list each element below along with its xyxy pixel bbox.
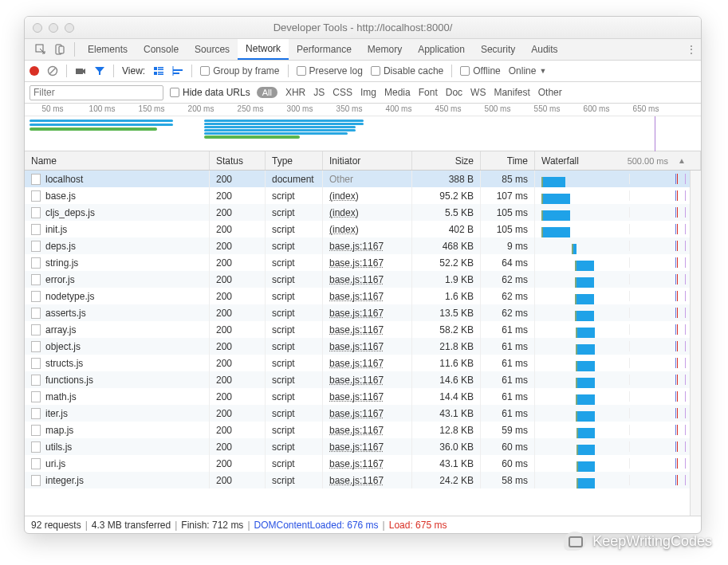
col-waterfall[interactable]: Waterfall 500.00 ms ▲	[535, 151, 701, 170]
table-row[interactable]: object.js200scriptbase.js:116721.8 KB61 …	[25, 338, 701, 355]
request-initiator[interactable]: base.js:1167	[329, 425, 384, 436]
type-filter-img[interactable]: Img	[360, 87, 376, 98]
request-name: math.js	[45, 391, 77, 402]
camera-icon[interactable]	[75, 65, 86, 77]
request-initiator[interactable]: base.js:1167	[329, 308, 384, 319]
type-filter-css[interactable]: CSS	[333, 87, 352, 98]
tab-console[interactable]: Console	[136, 39, 187, 60]
type-filter-all[interactable]: All	[257, 87, 277, 98]
table-row[interactable]: base.js200script(index)95.2 KB107 ms	[25, 187, 701, 204]
filter-icon[interactable]	[94, 65, 105, 77]
large-rows-icon[interactable]	[153, 65, 164, 77]
filter-input[interactable]	[30, 85, 163, 100]
timeline-tick: 450 ms	[435, 104, 462, 113]
request-status: 200	[210, 171, 266, 187]
type-filter-manifest[interactable]: Manifest	[494, 87, 529, 98]
request-type: script	[266, 455, 323, 472]
request-name: base.js	[45, 190, 76, 202]
table-row[interactable]: functions.js200scriptbase.js:116714.6 KB…	[25, 371, 701, 388]
type-filter-xhr[interactable]: XHR	[285, 87, 305, 98]
overview-icon[interactable]	[172, 65, 183, 77]
type-filter-media[interactable]: Media	[384, 87, 411, 98]
col-time[interactable]: Time	[481, 151, 535, 170]
request-initiator[interactable]: (index)	[329, 224, 359, 235]
table-row[interactable]: structs.js200scriptbase.js:116711.6 KB61…	[25, 355, 701, 371]
file-icon	[31, 207, 41, 218]
col-type[interactable]: Type	[266, 151, 323, 170]
requests-table[interactable]: localhost200documentOther388 B85 msbase.…	[25, 171, 701, 516]
table-row[interactable]: math.js200scriptbase.js:116714.4 KB61 ms	[25, 388, 701, 405]
tab-application[interactable]: Application	[410, 39, 473, 60]
request-size: 5.5 KB	[412, 204, 481, 221]
request-initiator[interactable]: base.js:1167	[329, 358, 384, 369]
request-initiator[interactable]: (index)	[329, 190, 359, 202]
table-row[interactable]: init.js200script(index)402 B105 ms	[25, 221, 701, 237]
record-button[interactable]	[30, 66, 39, 76]
table-row[interactable]: error.js200scriptbase.js:11671.9 KB62 ms	[25, 271, 701, 288]
type-filter-js[interactable]: JS	[313, 87, 325, 98]
request-initiator[interactable]: base.js:1167	[329, 241, 384, 252]
file-icon	[31, 324, 41, 335]
type-filter-other[interactable]: Other	[538, 87, 562, 98]
table-row[interactable]: localhost200documentOther388 B85 ms	[25, 171, 701, 187]
disable-cache-checkbox[interactable]: Disable cache	[371, 65, 443, 77]
request-size: 21.8 KB	[412, 338, 481, 355]
table-row[interactable]: uri.js200scriptbase.js:116743.1 KB60 ms	[25, 455, 701, 472]
vertical-scrollbar[interactable]	[690, 171, 701, 516]
table-row[interactable]: iter.js200scriptbase.js:116743.1 KB61 ms	[25, 405, 701, 422]
timeline-overview[interactable]: 50 ms100 ms150 ms200 ms250 ms300 ms350 m…	[25, 104, 701, 151]
request-initiator[interactable]: base.js:1167	[329, 257, 384, 269]
offline-checkbox[interactable]: Offline	[460, 65, 500, 77]
request-initiator[interactable]: base.js:1167	[329, 341, 384, 352]
group-by-frame-checkbox[interactable]: Group by frame	[200, 65, 279, 77]
request-initiator[interactable]: base.js:1167	[329, 475, 384, 486]
inspect-icon[interactable]	[31, 39, 50, 60]
preserve-log-checkbox[interactable]: Preserve log	[297, 65, 363, 77]
table-row[interactable]: asserts.js200scriptbase.js:116713.5 KB62…	[25, 304, 701, 321]
col-size[interactable]: Size	[412, 151, 481, 170]
type-filter-ws[interactable]: WS	[470, 87, 486, 98]
col-name[interactable]: Name	[25, 151, 210, 170]
svg-rect-12	[173, 69, 183, 71]
request-initiator[interactable]: base.js:1167	[329, 408, 384, 419]
request-initiator[interactable]: (index)	[329, 207, 359, 218]
request-initiator[interactable]: base.js:1167	[329, 441, 384, 453]
device-icon[interactable]	[50, 39, 69, 60]
request-initiator[interactable]: base.js:1167	[329, 324, 384, 335]
table-row[interactable]: array.js200scriptbase.js:116758.2 KB61 m…	[25, 321, 701, 338]
table-row[interactable]: deps.js200scriptbase.js:1167468 KB9 ms	[25, 237, 701, 254]
request-status: 200	[210, 187, 266, 204]
type-filter-font[interactable]: Font	[419, 87, 438, 98]
clear-icon[interactable]	[47, 65, 58, 77]
tab-elements[interactable]: Elements	[80, 39, 136, 60]
window-title: Developer Tools - http://localhost:8000/	[25, 22, 701, 33]
request-initiator[interactable]: base.js:1167	[329, 291, 384, 302]
table-row[interactable]: utils.js200scriptbase.js:116736.0 KB60 m…	[25, 438, 701, 455]
tab-audits[interactable]: Audits	[523, 39, 565, 60]
timeline-tick: 650 ms	[633, 104, 659, 113]
more-icon[interactable]: ⋮	[682, 39, 701, 60]
tab-network[interactable]: Network	[238, 39, 289, 60]
tab-performance[interactable]: Performance	[289, 39, 360, 60]
tab-sources[interactable]: Sources	[187, 39, 238, 60]
request-size: 1.9 KB	[412, 271, 481, 288]
tab-memory[interactable]: Memory	[360, 39, 410, 60]
table-row[interactable]: string.js200scriptbase.js:116752.2 KB64 …	[25, 254, 701, 271]
col-status[interactable]: Status	[210, 151, 266, 170]
table-row[interactable]: map.js200scriptbase.js:116712.8 KB59 ms	[25, 422, 701, 438]
request-waterfall	[535, 221, 701, 237]
throttling-select[interactable]: Online ▼	[509, 65, 547, 77]
request-initiator[interactable]: base.js:1167	[329, 458, 384, 469]
col-initiator[interactable]: Initiator	[323, 151, 412, 170]
table-row[interactable]: cljs_deps.js200script(index)5.5 KB105 ms	[25, 204, 701, 221]
request-initiator[interactable]: base.js:1167	[329, 274, 384, 285]
request-initiator[interactable]: Other	[329, 174, 353, 185]
table-row[interactable]: nodetype.js200scriptbase.js:11671.6 KB62…	[25, 288, 701, 304]
hide-data-urls-checkbox[interactable]: Hide data URLs	[170, 87, 250, 98]
request-initiator[interactable]: base.js:1167	[329, 391, 384, 402]
request-initiator[interactable]: base.js:1167	[329, 375, 384, 386]
request-size: 1.6 KB	[412, 288, 481, 304]
tab-security[interactable]: Security	[473, 39, 523, 60]
type-filter-doc[interactable]: Doc	[446, 87, 462, 98]
table-row[interactable]: integer.js200scriptbase.js:116724.2 KB58…	[25, 472, 701, 488]
